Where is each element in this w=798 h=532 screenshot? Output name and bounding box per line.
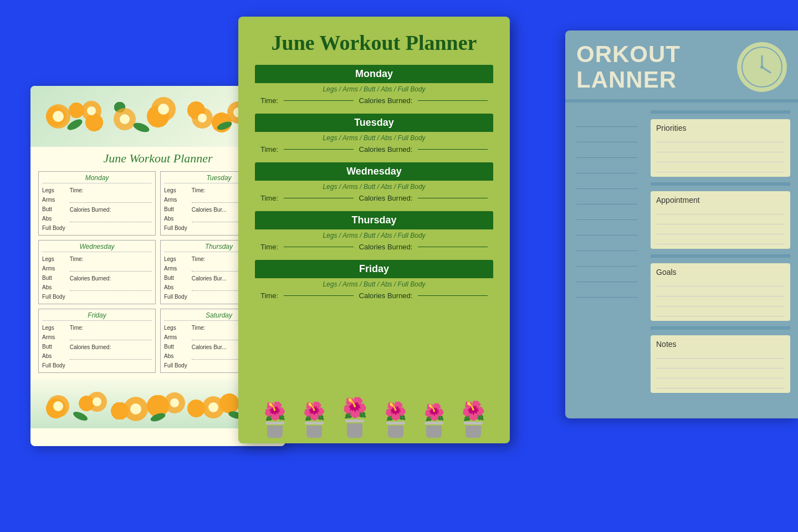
calories-line-tuesday bbox=[418, 149, 488, 150]
col-line-4 bbox=[576, 161, 637, 173]
center-thursday-time-row: Time: Calories Burned: bbox=[255, 241, 493, 254]
pot-rim-5 bbox=[424, 422, 443, 424]
right-separator-priorities-top bbox=[651, 110, 790, 114]
day-labels-saturday: LegsArmsButtAbsFull Body bbox=[164, 323, 187, 370]
clock-icon bbox=[737, 42, 787, 92]
calories-line-friday bbox=[418, 295, 488, 296]
notes-lines bbox=[656, 351, 785, 388]
pot-body-4 bbox=[388, 426, 403, 438]
flower-pot-1: 🌺 bbox=[264, 401, 286, 438]
notes-line-4 bbox=[656, 381, 785, 388]
center-wednesday-subtitle: Legs / Arms / Butt / Abs / Full Body bbox=[255, 181, 493, 192]
goals-label: Goals bbox=[656, 268, 785, 277]
center-tuesday-subtitle: Legs / Arms / Butt / Abs / Full Body bbox=[255, 132, 493, 143]
priority-line-2 bbox=[656, 145, 785, 152]
svg-point-1 bbox=[53, 111, 64, 122]
svg-point-18 bbox=[53, 401, 63, 411]
right-separator-appointment-top bbox=[651, 182, 790, 186]
col-line-6 bbox=[576, 192, 637, 204]
day-content-monday: LegsArmsButtAbsFull Body Time: Calories … bbox=[42, 186, 152, 233]
notes-line-1 bbox=[656, 351, 785, 359]
appointment-line-2 bbox=[656, 217, 785, 224]
time-label-thursday: Time: bbox=[260, 243, 278, 251]
center-flower-pots: 🌺 🌺 🌺 🌺 🌺 🌺 bbox=[255, 382, 493, 438]
notes-label: Notes bbox=[656, 340, 785, 349]
col-line-8 bbox=[576, 223, 637, 236]
center-monday-section: Monday Legs / Arms / Butt / Abs / Full B… bbox=[255, 65, 493, 108]
center-wednesday-time-row: Time: Calories Burned: bbox=[255, 192, 493, 206]
pot-rim-2 bbox=[305, 422, 324, 424]
svg-point-24 bbox=[170, 398, 179, 407]
priority-line-4 bbox=[656, 165, 785, 172]
calories-line-monday bbox=[418, 100, 488, 101]
pot-body-6 bbox=[466, 426, 481, 438]
col-line-1 bbox=[576, 115, 637, 127]
day-fields-wednesday: Time: Calories Burned: bbox=[70, 254, 152, 301]
right-separator-1 bbox=[565, 99, 798, 103]
appointment-line-4 bbox=[656, 237, 785, 244]
calories-label-thursday: Calories Burned: bbox=[359, 243, 413, 251]
time-line-thursday bbox=[284, 247, 354, 247]
day-name-monday: Monday bbox=[42, 174, 152, 183]
flower-pot-4: 🌺 bbox=[385, 401, 407, 438]
col-line-2 bbox=[576, 130, 637, 142]
svg-point-5 bbox=[120, 114, 130, 124]
day-labels-tuesday: LegsArmsButtAbsFull Body bbox=[164, 186, 187, 233]
right-section-priorities: Priorities bbox=[651, 119, 790, 177]
col-line-9 bbox=[576, 239, 637, 251]
flower-pot-3: 🌺 bbox=[342, 396, 367, 438]
center-card-title: June Workout Planner bbox=[272, 30, 477, 55]
center-tuesday-section: Tuesday Legs / Arms / Butt / Abs / Full … bbox=[255, 114, 493, 157]
calories-line-wednesday bbox=[418, 198, 488, 198]
priorities-lines bbox=[656, 135, 785, 172]
center-wednesday-header: Wednesday bbox=[255, 162, 493, 181]
time-line-friday bbox=[284, 295, 354, 296]
time-label-tuesday: Time: bbox=[260, 145, 278, 154]
pot-body-2 bbox=[306, 426, 322, 438]
svg-point-7 bbox=[158, 104, 169, 115]
center-tuesday-time-row: Time: Calories Burned: bbox=[255, 143, 493, 157]
calories-label-monday: Calories Burned: bbox=[359, 96, 413, 105]
svg-point-30 bbox=[150, 412, 166, 423]
pot-rim-4 bbox=[386, 422, 405, 424]
priority-line-3 bbox=[656, 155, 785, 162]
center-tuesday-header: Tuesday bbox=[255, 114, 493, 132]
right-separator-notes-top bbox=[651, 326, 790, 330]
center-monday-time-row: Time: Calories Burned: bbox=[255, 94, 493, 108]
center-friday-header: Friday bbox=[255, 260, 493, 278]
right-card: ORKOUT LANNER bbox=[565, 30, 798, 418]
day-fields-friday: Time: Calories Burned: bbox=[70, 323, 152, 370]
col-line-5 bbox=[576, 177, 637, 189]
svg-point-9 bbox=[198, 114, 207, 122]
center-friday-time-row: Time: Calories Burned: bbox=[255, 289, 493, 303]
calories-line-thursday bbox=[418, 247, 488, 247]
day-name-wednesday: Wednesday bbox=[42, 243, 152, 252]
goals-lines bbox=[656, 279, 785, 316]
col-line-10 bbox=[576, 254, 637, 267]
right-col-sections: Priorities Appointment bbox=[643, 109, 798, 413]
appointment-line-3 bbox=[656, 227, 785, 234]
svg-point-22 bbox=[130, 403, 141, 415]
time-label-monday: Time: bbox=[260, 96, 278, 105]
svg-point-3 bbox=[87, 106, 96, 115]
right-title-line2: LANNER bbox=[576, 67, 681, 93]
right-sections-container: Priorities Appointment bbox=[565, 104, 798, 418]
priorities-label: Priorities bbox=[656, 124, 785, 132]
right-card-title: ORKOUT LANNER bbox=[576, 42, 681, 93]
center-card: June Workout Planner Monday Legs / Arms … bbox=[238, 17, 510, 443]
pot-rim-3 bbox=[345, 420, 364, 422]
goals-line-3 bbox=[656, 299, 785, 306]
calories-label-wednesday: Calories Burned: bbox=[359, 194, 413, 202]
pot-rim-6 bbox=[464, 422, 483, 424]
calories-label-friday: Calories Burned: bbox=[359, 291, 413, 300]
clock-svg bbox=[740, 45, 784, 89]
col-line-11 bbox=[576, 270, 637, 282]
day-content-wednesday: LegsArmsButtAbsFull Body Time: Calories … bbox=[42, 254, 152, 301]
flower-pot-2: 🌺 bbox=[303, 401, 325, 438]
pot-rim-1 bbox=[265, 422, 284, 424]
right-card-header: ORKOUT LANNER bbox=[565, 30, 798, 98]
svg-point-26 bbox=[208, 402, 218, 412]
flower-pot-6: 🌺 bbox=[462, 400, 485, 438]
center-friday-subtitle: Legs / Arms / Butt / Abs / Full Body bbox=[255, 278, 493, 289]
center-monday-header: Monday bbox=[255, 65, 493, 83]
